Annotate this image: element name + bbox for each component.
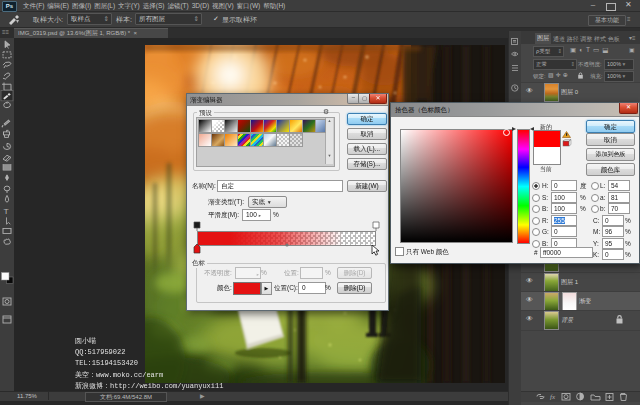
svg-text:fx: fx bbox=[550, 393, 556, 401]
svg-text:T: T bbox=[4, 208, 9, 216]
